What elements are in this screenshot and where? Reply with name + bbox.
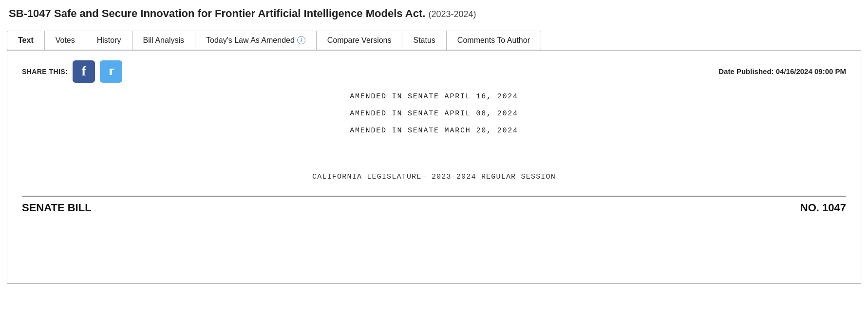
content-area: SHARE THIS: f 𝕣 Date Published: 04/16/20… [7, 50, 861, 284]
senate-bill-label: SENATE BILL [22, 202, 92, 214]
tab-bar: TextVotesHistoryBill AnalysisToday's Law… [7, 31, 541, 50]
tab-text[interactable]: Text [7, 31, 45, 50]
share-label: SHARE THIS: [22, 68, 68, 75]
tab-label-bill-analysis: Bill Analysis [143, 36, 184, 45]
bill-title-bold: SB-1047 [9, 7, 51, 19]
page-header: SB-1047 Safe and Secure Innovation for F… [0, 0, 868, 26]
tab-label-compare-versions: Compare Versions [327, 36, 392, 45]
date-published: Date Published: 04/16/2024 09:00 PM [718, 67, 846, 75]
amendment-line-2: AMENDED IN SENATE MARCH 20, 2024 [22, 127, 846, 135]
share-and-date-row: SHARE THIS: f 𝕣 Date Published: 04/16/20… [22, 60, 846, 83]
tab-label-comments: Comments To Author [457, 36, 530, 45]
tab-bill-analysis[interactable]: Bill Analysis [132, 31, 195, 50]
tab-status[interactable]: Status [402, 31, 446, 50]
tab-label-status: Status [413, 36, 435, 45]
facebook-button[interactable]: f [73, 60, 95, 83]
tab-comments[interactable]: Comments To Author [447, 31, 541, 50]
bill-title: SB-1047 Safe and Secure Innovation for F… [9, 7, 859, 21]
tab-todays-law[interactable]: Today's Law As Amendedi [195, 31, 317, 50]
amendment-line-1: AMENDED IN SENATE APRIL 08, 2024 [22, 110, 846, 118]
tab-votes[interactable]: Votes [45, 31, 86, 50]
tab-label-votes: Votes [56, 36, 75, 45]
tab-history[interactable]: History [86, 31, 132, 50]
info-icon-todays-law[interactable]: i [297, 36, 305, 44]
tab-label-todays-law: Today's Law As Amended [206, 36, 295, 45]
legislature-line: CALIFORNIA LEGISLATURE— 2023–2024 REGULA… [22, 173, 846, 181]
bill-number: NO. 1047 [800, 202, 846, 214]
amendment-line-0: AMENDED IN SENATE APRIL 16, 2024 [22, 92, 846, 101]
tab-label-history: History [97, 36, 121, 45]
twitter-icon: 𝕣 [109, 65, 114, 78]
amendments-block: AMENDED IN SENATE APRIL 16, 2024AMENDED … [22, 92, 846, 144]
facebook-icon: f [81, 63, 86, 80]
share-group: SHARE THIS: f 𝕣 [22, 60, 122, 83]
tab-label-text: Text [18, 36, 34, 45]
tab-compare-versions[interactable]: Compare Versions [317, 31, 403, 50]
senate-bill-row: SENATE BILL NO. 1047 [22, 196, 846, 214]
main-content: SHARE THIS: f 𝕣 Date Published: 04/16/20… [22, 60, 846, 214]
bill-title-text: Safe and Secure Innovation for Frontier … [54, 7, 425, 19]
twitter-button[interactable]: 𝕣 [100, 60, 122, 83]
bill-year: (2023-2024) [429, 9, 476, 19]
